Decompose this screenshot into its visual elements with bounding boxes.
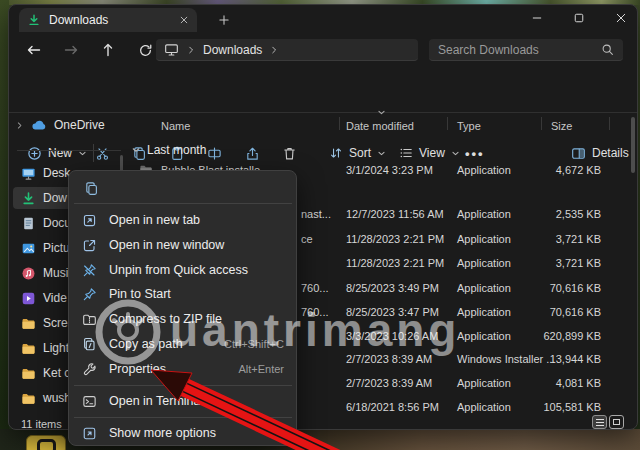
- screenshot-root: Downloads: [0, 0, 640, 450]
- collapse-chevron-icon[interactable]: [131, 145, 141, 155]
- sort-button-label: Sort: [349, 146, 371, 160]
- tab-downloads[interactable]: Downloads: [19, 8, 197, 32]
- menu-item-label: Show more options: [109, 426, 284, 440]
- tab-title: Downloads: [49, 13, 171, 27]
- sort-direction-chevron-icon[interactable]: [377, 108, 386, 117]
- back-icon[interactable]: [25, 41, 43, 59]
- window-controls: [531, 5, 627, 31]
- context-menu-icon-row: [77, 175, 105, 201]
- column-header-date-modified[interactable]: Date modified: [346, 120, 414, 132]
- items-count: 11 items: [21, 418, 62, 430]
- menu-divider: [74, 417, 292, 418]
- column-header-size[interactable]: Size: [551, 120, 572, 132]
- details-pane-icon: [571, 146, 586, 161]
- column-separator[interactable]: [447, 117, 448, 130]
- file-size: 4,672 KB: [499, 161, 601, 179]
- file-size: 2,535 KB: [499, 205, 601, 223]
- menu-item-show-more-options[interactable]: Show more options: [74, 421, 292, 445]
- chevron-down-icon: [377, 149, 386, 158]
- menu-item-properties[interactable]: Properties Alt+Enter: [74, 357, 292, 381]
- thumbnail-view-toggle[interactable]: [609, 415, 624, 429]
- menu-item-label: Compress to ZIP file: [109, 312, 284, 326]
- details-view-toggle[interactable]: [592, 415, 607, 429]
- file-date: 3/3/2023 10:26 AM: [346, 327, 438, 345]
- file-date: 12/7/2023 11:56 AM: [346, 205, 444, 223]
- refresh-icon[interactable]: [136, 41, 154, 59]
- menu-item-unpin-from-quick-access[interactable]: Unpin from Quick access: [74, 258, 292, 282]
- details-button-label: Details: [592, 146, 629, 160]
- menu-item-label: Open in new tab: [109, 213, 284, 227]
- file-date: 2/7/2023 8:39 AM: [346, 350, 432, 368]
- column-separator[interactable]: [339, 117, 340, 130]
- menu-item-copy-as-path[interactable]: Copy as path Ctrl+Shift+C: [74, 332, 292, 356]
- maximize-button[interactable]: [573, 12, 585, 24]
- onedrive-cloud-icon: [31, 117, 47, 133]
- new-plus-circle-icon: [27, 146, 42, 161]
- this-pc-icon[interactable]: [164, 42, 179, 57]
- navigation-bar: Downloads: [9, 32, 637, 67]
- file-name-fragment: 760...: [301, 279, 329, 297]
- copy-as-path-icon: [82, 337, 97, 352]
- file-name-fragment: ce: [301, 230, 313, 248]
- menu-item-open-in-terminal[interactable]: Open in Terminal: [74, 389, 292, 413]
- open-new-tab-icon: [82, 213, 97, 228]
- menu-item-compress-to-zip[interactable]: Compress to ZIP file: [74, 307, 292, 331]
- breadcrumb-downloads[interactable]: Downloads: [203, 43, 262, 57]
- menu-item-shortcut: Alt+Enter: [238, 363, 284, 375]
- taskbar-app-icon[interactable]: [26, 435, 66, 450]
- properties-wrench-icon: [82, 362, 97, 377]
- column-header-type[interactable]: Type: [457, 120, 481, 132]
- sidebar-divider: [17, 150, 121, 151]
- menu-item-pin-to-start[interactable]: Pin to Start: [74, 282, 292, 306]
- menu-item-label: Pin to Start: [109, 287, 284, 301]
- downloads-icon: [21, 191, 36, 206]
- menu-item-open-in-new-tab[interactable]: Open in new tab: [74, 208, 292, 232]
- show-more-options-icon: [82, 426, 97, 441]
- sidebar-item-onedrive[interactable]: OneDrive: [13, 114, 125, 136]
- column-header-name[interactable]: Name: [161, 120, 190, 132]
- menu-item-open-in-new-window[interactable]: Open in new window: [74, 233, 292, 257]
- file-size: 70,616 KB: [499, 279, 601, 297]
- file-size: 4,081 KB: [499, 374, 601, 392]
- menu-divider: [74, 203, 292, 204]
- new-tab-button[interactable]: [213, 10, 235, 30]
- menu-item-label: Properties: [109, 362, 226, 376]
- column-separator[interactable]: [541, 117, 542, 130]
- file-size: 3,721 KB: [499, 230, 601, 248]
- context-menu: Open in new tab Open in new window Unpin…: [68, 170, 297, 446]
- tab-close-icon[interactable]: [179, 15, 189, 25]
- file-date: 11/28/2023 2:21 PM: [346, 254, 444, 272]
- new-button-label: New: [48, 146, 72, 160]
- pin-icon: [82, 287, 97, 302]
- menu-item-label: Open in new window: [109, 238, 284, 252]
- sidebar-item-label: OneDrive: [54, 118, 105, 132]
- group-header-last-month[interactable]: Last month: [131, 141, 206, 159]
- menu-item-label: Copy as path: [109, 337, 212, 351]
- search-input[interactable]: [438, 43, 601, 57]
- file-date: 11/28/2023 2:21 PM: [346, 230, 444, 248]
- column-separator[interactable]: [609, 117, 610, 130]
- zip-folder-icon: [82, 312, 97, 327]
- copy-icon[interactable]: [77, 176, 105, 200]
- breadcrumb-chevron-icon-2[interactable]: [269, 45, 279, 55]
- downloads-tab-icon: [27, 13, 41, 27]
- search-icon[interactable]: [601, 43, 614, 56]
- menu-item-label: Unpin from Quick access: [109, 263, 284, 277]
- sidebar-item-label: Dow: [43, 191, 67, 205]
- up-icon[interactable]: [99, 41, 117, 59]
- file-date: 3/1/2024 3:23 PM: [346, 161, 433, 179]
- terminal-icon: [82, 394, 97, 409]
- menu-item-shortcut: Ctrl+Shift+C: [224, 338, 284, 350]
- expand-chevron-icon[interactable]: [15, 121, 24, 130]
- forward-icon[interactable]: [62, 41, 80, 59]
- sort-icon: [329, 146, 343, 160]
- breadcrumb-chevron-icon: [186, 45, 196, 55]
- address-bar[interactable]: Downloads: [156, 39, 418, 61]
- taskbar-app-glyph: [37, 439, 56, 450]
- close-button[interactable]: [615, 12, 627, 24]
- tab-bar: Downloads: [9, 5, 637, 32]
- search-box[interactable]: [429, 39, 623, 61]
- group-header-label: Last month: [147, 143, 206, 157]
- file-size: 70,616 KB: [499, 303, 601, 321]
- minimize-button[interactable]: [531, 12, 543, 24]
